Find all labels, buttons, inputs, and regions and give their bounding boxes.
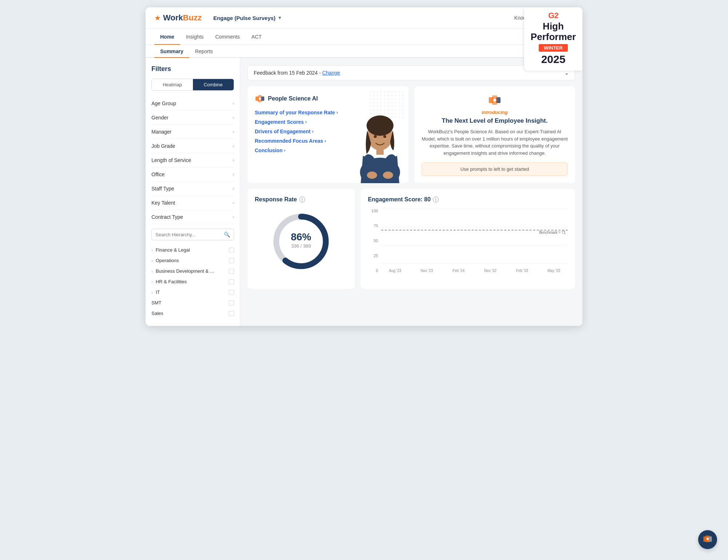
nav-home[interactable]: Home <box>154 29 180 45</box>
donut-chart: 86% 336 / 389 <box>270 210 332 272</box>
search-icon: 🔍 <box>224 232 230 237</box>
nav-comments[interactable]: Comments <box>209 29 246 45</box>
change-link[interactable]: Change <box>322 70 340 76</box>
filter-office[interactable]: Office › <box>151 167 234 182</box>
introducing-text: introducing <box>482 110 508 115</box>
arrow-icon: › <box>336 110 338 115</box>
bar-feb33: Feb '33 <box>508 267 536 273</box>
ai-card-left: People Science AI Summary of your Respon… <box>248 86 408 183</box>
chevron-icon: › <box>233 101 234 106</box>
checkbox-operations[interactable] <box>229 258 234 263</box>
checkbox-sales[interactable] <box>229 311 234 316</box>
bar-may33: May '33 <box>540 267 568 273</box>
checkbox-business-dev[interactable] <box>229 269 234 274</box>
ai-right-title: The Next Level of Employee Insight. <box>442 117 548 125</box>
nav-insights[interactable]: Insights <box>180 29 209 45</box>
hierarchy-sales[interactable]: Sales <box>151 308 234 319</box>
filter-gender[interactable]: Gender › <box>151 111 234 125</box>
ai-cta: Use prompts to left to get started <box>422 162 568 176</box>
hierarchy-finance-legal[interactable]: › Finance & Legal <box>151 245 234 255</box>
person-image <box>352 107 408 183</box>
ai-card-right: introducing The Next Level of Employee I… <box>414 86 575 183</box>
expand-icon: › <box>151 290 153 295</box>
checkbox-smt[interactable] <box>229 300 234 305</box>
hierarchy-search-input[interactable] <box>155 232 222 237</box>
checkbox-it[interactable] <box>229 290 234 295</box>
chevron-icon: › <box>233 115 234 120</box>
hierarchy-smt[interactable]: SMT <box>151 297 234 308</box>
bar-label-may33: May '33 <box>547 269 560 273</box>
filter-contract-type[interactable]: Contract Type › <box>151 210 234 224</box>
logo-text: WorkBuzz <box>163 13 202 23</box>
bars-container: Aug '23 Nov '23 Feb '24 <box>381 209 568 273</box>
badge-year: 2025 <box>530 53 577 66</box>
filter-key-talent[interactable]: Key Talent › <box>151 196 234 210</box>
bar-label-nov32: Nov '32 <box>484 269 496 273</box>
svg-point-13 <box>383 135 386 138</box>
ai-section: People Science AI Summary of your Respon… <box>248 86 575 183</box>
bar-nov32: Nov '32 <box>476 267 504 273</box>
feedback-text: Feedback from 15 Feb 2024 - Change <box>254 70 340 76</box>
svg-point-9 <box>367 171 377 179</box>
filter-length-of-service[interactable]: Length of Service › <box>151 153 234 167</box>
high-performer-badge: G2 High Performer WINTER 2025 <box>524 7 582 71</box>
bar-label-nov23: Nov '23 <box>421 269 433 273</box>
checkbox-finance-legal[interactable] <box>229 248 234 253</box>
product-selector[interactable]: Engage (Pulse Surveys) ▼ <box>213 15 282 21</box>
arrow-icon: › <box>284 148 285 153</box>
chevron-icon: › <box>233 172 234 177</box>
engagement-score-card: Engagement Score: 80 i 100 75 50 25 0 <box>361 189 575 289</box>
chevron-icon: › <box>233 143 234 149</box>
y-label-0: 0 <box>376 268 378 273</box>
chart-area: 100 75 50 25 0 Benchmark <box>368 209 568 281</box>
hierarchy-hr-facilities[interactable]: › HR & Facilities <box>151 276 234 287</box>
ai-right-description: WorkBuzz's People Science AI. Based on o… <box>422 128 568 157</box>
chevron-icon: › <box>233 186 234 191</box>
filter-age-group[interactable]: Age Group › <box>151 96 234 111</box>
bar-nov23: Nov '23 <box>413 267 441 273</box>
engagement-score-info-icon[interactable]: i <box>433 197 439 202</box>
subnav-summary[interactable]: Summary <box>154 45 189 58</box>
badge-season: WINTER <box>539 44 567 52</box>
chevron-icon: › <box>233 200 234 205</box>
ai-card-title: People Science AI <box>268 95 318 102</box>
svg-point-14 <box>373 138 377 141</box>
logo: ★ WorkBuzz <box>154 13 202 23</box>
logo-buzz: Buzz <box>183 13 202 22</box>
hierarchy-business-dev[interactable]: › Business Development & ... <box>151 266 234 276</box>
bar-aug23: Aug '23 <box>381 267 409 273</box>
subnav-reports[interactable]: Reports <box>189 45 219 58</box>
filter-manager[interactable]: Manager › <box>151 125 234 139</box>
content-area: Filters Heatmap Combine Age Group › Gend… <box>146 58 582 326</box>
bar-feb24: Feb '24 <box>444 267 472 273</box>
product-dropdown-arrow: ▼ <box>278 15 282 20</box>
feedback-bar-chevron: ⌄ <box>565 70 569 76</box>
y-label-50: 50 <box>373 238 378 243</box>
engagement-score-title: Engagement Score: 80 i <box>368 196 568 203</box>
hierarchy-it[interactable]: › IT <box>151 287 234 297</box>
badge-container: G2 High Performer WINTER 2025 <box>524 7 582 71</box>
nav-act[interactable]: ACT <box>246 29 268 45</box>
checkbox-hr-facilities[interactable] <box>229 279 234 284</box>
header: ★ WorkBuzz Engage (Pulse Surveys) ▼ Know… <box>146 7 582 29</box>
heatmap-toggle-btn[interactable]: Heatmap <box>152 79 193 90</box>
logo-star-icon: ★ <box>154 13 161 22</box>
chat-icon <box>703 535 712 544</box>
sidebar: Filters Heatmap Combine Age Group › Gend… <box>146 58 240 326</box>
combine-toggle-btn[interactable]: Combine <box>193 79 234 90</box>
filter-staff-type[interactable]: Staff Type › <box>151 182 234 196</box>
logo-work: Work <box>163 13 183 22</box>
svg-point-10 <box>383 171 393 179</box>
response-rate-info-icon[interactable]: i <box>299 197 305 202</box>
filter-job-grade[interactable]: Job Grade › <box>151 139 234 153</box>
hierarchy-operations[interactable]: › Operations <box>151 255 234 266</box>
arrow-icon: › <box>325 138 326 143</box>
filter-toggle: Heatmap Combine <box>151 79 234 91</box>
svg-point-3 <box>259 98 261 100</box>
chat-button[interactable] <box>698 530 717 549</box>
main-content: Feedback from 15 Feb 2024 - Change ⌄ <box>240 58 582 326</box>
main-nav: Home Insights Comments ACT <box>146 29 582 45</box>
filters-list: Age Group › Gender › Manager › Job Grade… <box>151 96 234 224</box>
search-box: 🔍 <box>151 229 234 240</box>
chevron-icon: › <box>233 129 234 134</box>
